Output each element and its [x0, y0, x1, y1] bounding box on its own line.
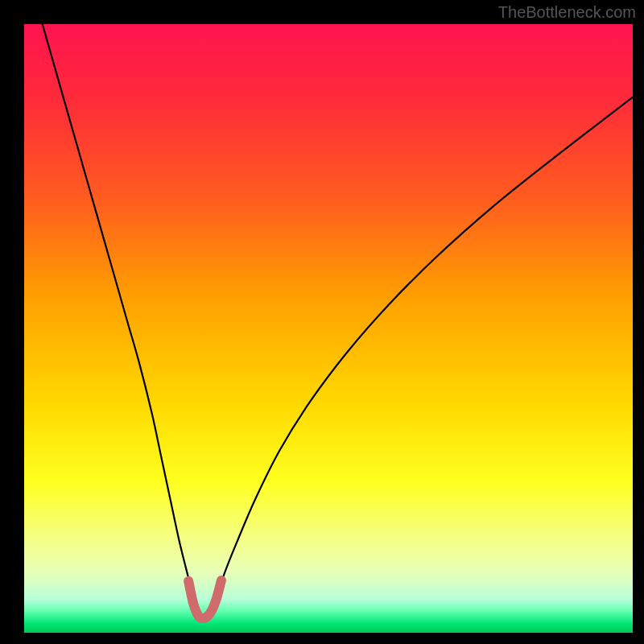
- watermark-text: TheBottleneck.com: [498, 3, 636, 22]
- chart-container: TheBottleneck.com: [0, 0, 644, 644]
- bottleneck-chart: [0, 0, 644, 644]
- plot-background: [24, 24, 633, 633]
